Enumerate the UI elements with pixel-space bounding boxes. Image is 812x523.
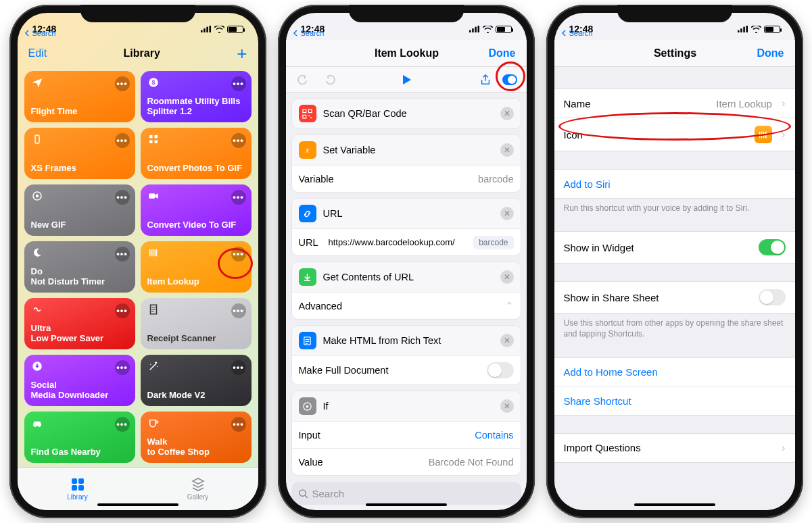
shortcut-tile[interactable]: ••• Item Lookup bbox=[141, 241, 252, 293]
edit-button[interactable]: Edit bbox=[28, 47, 47, 59]
shortcut-tile[interactable]: ••• Convert Video To GIF bbox=[141, 184, 252, 236]
advanced-row[interactable]: Advanced ⌃ bbox=[292, 292, 521, 319]
if-input-value[interactable]: Contains bbox=[475, 430, 513, 441]
tile-label: DoNot Disturb Timer bbox=[31, 267, 128, 287]
share-button[interactable] bbox=[478, 72, 493, 87]
variable-value[interactable]: barcode bbox=[478, 174, 513, 184]
widget-toggle[interactable] bbox=[759, 239, 786, 255]
delete-action[interactable]: ✕ bbox=[500, 143, 514, 157]
delete-action[interactable]: ✕ bbox=[500, 107, 514, 120]
shortcut-tile[interactable]: ••• Walkto Coffee Shop bbox=[141, 412, 252, 463]
car-icon bbox=[31, 417, 43, 429]
tile-label: Convert Photos To GIF bbox=[147, 164, 245, 174]
action-set-variable[interactable]: x Set Variable ✕ Variable barcode bbox=[291, 134, 521, 193]
row-add-home-screen[interactable]: Add to Home Screen bbox=[554, 358, 795, 387]
action-get-contents[interactable]: Get Contents of URL ✕ Advanced ⌃ bbox=[291, 262, 521, 320]
tile-more-button[interactable]: ••• bbox=[231, 417, 246, 432]
grid-icon bbox=[147, 133, 160, 145]
full-document-toggle[interactable] bbox=[487, 362, 514, 378]
action-make-html[interactable]: Make HTML from Rich Text ✕ Make Full Doc… bbox=[291, 325, 521, 385]
tile-more-button[interactable]: ••• bbox=[231, 190, 246, 205]
page-title: Library bbox=[124, 47, 160, 59]
action-if[interactable]: If ✕ Input Contains Value Barcode Not Fo… bbox=[291, 391, 521, 476]
tile-more-button[interactable]: ••• bbox=[231, 247, 246, 262]
redo-button[interactable] bbox=[323, 72, 337, 87]
shortcut-tile[interactable]: ••• Receipt Scanner bbox=[141, 298, 252, 349]
home-indicator[interactable] bbox=[366, 503, 447, 506]
if-value[interactable]: Barcode Not Found bbox=[429, 457, 514, 468]
tile-label: Flight Time bbox=[31, 107, 128, 117]
wand-icon bbox=[147, 360, 160, 372]
actions-list[interactable]: Scan QR/Bar Code ✕ x Set Variable ✕ Vari… bbox=[286, 93, 527, 482]
tile-more-button[interactable]: ••• bbox=[115, 360, 130, 375]
row-add-to-siri[interactable]: Add to Siri bbox=[554, 170, 795, 198]
svg-rect-30 bbox=[303, 109, 306, 112]
tile-more-button[interactable]: ••• bbox=[115, 247, 130, 262]
url-variable-pill[interactable]: barcode bbox=[473, 236, 513, 249]
svg-rect-32 bbox=[303, 115, 306, 118]
done-button[interactable]: Done bbox=[488, 47, 515, 59]
undo-button[interactable] bbox=[295, 72, 310, 87]
shortcut-tile[interactable]: ••• Dark Mode V2 bbox=[141, 355, 252, 406]
shortcut-tile[interactable]: $ ••• Roommate Utility Bills Splitter 1.… bbox=[141, 71, 252, 122]
chevron-right-icon: › bbox=[782, 441, 786, 455]
plane-icon bbox=[31, 76, 43, 89]
back-to-search[interactable]: Search bbox=[293, 29, 325, 37]
tile-more-button[interactable]: ••• bbox=[231, 303, 246, 318]
svg-rect-13 bbox=[149, 193, 155, 199]
wifi-icon bbox=[214, 26, 224, 33]
tile-label: New GIF bbox=[31, 220, 128, 230]
tile-more-button[interactable]: ••• bbox=[115, 76, 130, 91]
shortcut-tile[interactable]: ••• DoNot Disturb Timer bbox=[24, 241, 135, 293]
home-indicator[interactable] bbox=[97, 503, 178, 506]
shortcut-tile[interactable]: ••• Flight Time bbox=[24, 71, 135, 122]
tile-more-button[interactable]: ••• bbox=[115, 133, 130, 148]
delete-action[interactable]: ✕ bbox=[500, 399, 514, 413]
shortcut-tile[interactable]: ••• UltraLow Power Saver bbox=[24, 298, 135, 349]
status-icons bbox=[737, 26, 780, 33]
home-indicator[interactable] bbox=[634, 503, 715, 506]
add-button[interactable]: + bbox=[237, 43, 247, 64]
svg-rect-2 bbox=[206, 27, 208, 32]
row-show-widget[interactable]: Show in Widget bbox=[554, 232, 795, 263]
svg-rect-9 bbox=[149, 141, 153, 144]
delete-action[interactable]: ✕ bbox=[500, 270, 514, 284]
shortcut-grid[interactable]: ••• Flight Time $ ••• Roommate Utility B… bbox=[18, 67, 258, 467]
action-url[interactable]: URL ✕ URL https://www.barcodelookup.com/… bbox=[291, 198, 521, 256]
row-import-questions[interactable]: Import Questions › bbox=[554, 434, 795, 462]
row-name[interactable]: Name Item Lookup › bbox=[554, 89, 795, 118]
svg-rect-23 bbox=[78, 478, 84, 484]
row-icon[interactable]: Icon › bbox=[554, 118, 795, 151]
svg-text:$: $ bbox=[151, 79, 155, 86]
run-button[interactable] bbox=[399, 72, 414, 87]
svg-text:x: x bbox=[305, 147, 310, 154]
shortcut-tile[interactable]: ••• Convert Photos To GIF bbox=[141, 128, 252, 179]
tile-more-button[interactable]: ••• bbox=[231, 360, 246, 375]
svg-rect-0 bbox=[201, 30, 203, 32]
tile-label: Roommate Utility Bills Splitter 1.2 bbox=[147, 97, 245, 117]
share-sheet-toggle[interactable] bbox=[759, 289, 786, 305]
back-to-search[interactable]: Search bbox=[24, 29, 56, 37]
action-search[interactable]: Search bbox=[291, 482, 521, 505]
done-button[interactable]: Done bbox=[757, 47, 784, 59]
url-field[interactable]: https://www.barcodelookup.com/ bbox=[329, 237, 467, 247]
shortcut-tile[interactable]: ••• Find Gas Nearby bbox=[24, 412, 135, 463]
download-icon bbox=[299, 268, 316, 286]
row-share-shortcut[interactable]: Share Shortcut bbox=[554, 387, 795, 415]
tile-more-button[interactable]: ••• bbox=[231, 76, 246, 91]
variable-icon: x bbox=[299, 141, 316, 159]
settings-toggle-button[interactable] bbox=[502, 72, 517, 87]
tile-more-button[interactable]: ••• bbox=[115, 303, 130, 318]
tile-more-button[interactable]: ••• bbox=[115, 190, 130, 205]
action-scan[interactable]: Scan QR/Bar Code ✕ bbox=[291, 98, 521, 129]
shortcut-tile[interactable]: ••• XS Frames bbox=[24, 128, 135, 179]
delete-action[interactable]: ✕ bbox=[500, 334, 514, 347]
row-show-share-sheet[interactable]: Show in Share Sheet bbox=[554, 282, 795, 313]
svg-rect-28 bbox=[475, 27, 477, 32]
delete-action[interactable]: ✕ bbox=[500, 207, 514, 220]
back-to-search[interactable]: Search bbox=[561, 29, 593, 37]
shortcut-tile[interactable]: ••• SocialMedia Downloader bbox=[24, 355, 135, 406]
shortcut-tile[interactable]: ••• New GIF bbox=[24, 184, 135, 236]
tile-more-button[interactable]: ••• bbox=[115, 417, 130, 432]
tile-more-button[interactable]: ••• bbox=[231, 133, 246, 148]
